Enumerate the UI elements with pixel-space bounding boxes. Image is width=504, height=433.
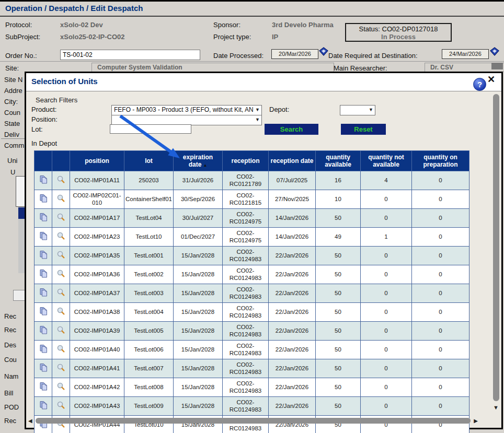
unit-cell: 0 bbox=[361, 322, 412, 341]
unit-cell: 49 bbox=[316, 228, 361, 247]
vertical-scrollbar-thumb[interactable] bbox=[493, 94, 499, 401]
view-unit-button[interactable] bbox=[52, 209, 70, 228]
search-button[interactable]: Search bbox=[265, 124, 318, 135]
view-unit-button[interactable] bbox=[52, 247, 70, 265]
order-no-input[interactable] bbox=[60, 50, 200, 60]
calendar-icon[interactable] bbox=[319, 47, 328, 56]
unit-cell: TestLot007 bbox=[124, 359, 174, 378]
copy-unit-button[interactable] bbox=[35, 265, 52, 284]
page-scrollbar-fragment[interactable] bbox=[491, 63, 503, 69]
view-unit-button[interactable] bbox=[52, 341, 70, 359]
in-depot-table-container: position lot expiration date▲ reception … bbox=[34, 150, 469, 433]
copy-unit-button[interactable] bbox=[35, 303, 52, 322]
bg-label-fragment: U bbox=[10, 168, 15, 176]
date-processed-field[interactable]: 20/Mar/2026 bbox=[271, 49, 318, 59]
copy-unit-button[interactable] bbox=[35, 397, 52, 416]
bg-label-fragment: Bill bbox=[4, 389, 13, 397]
unit-cell: CO02-IMP02C01-010 bbox=[70, 190, 124, 209]
bg-label-fragment: Rec bbox=[4, 326, 16, 334]
lot-input[interactable] bbox=[110, 124, 191, 134]
unit-cell: 0 bbox=[361, 247, 412, 265]
date-required-field[interactable]: 24/Mar/2026 bbox=[442, 49, 489, 59]
magnifier-icon bbox=[56, 325, 65, 334]
unit-cell: 0 bbox=[361, 190, 412, 209]
magnifier-icon bbox=[56, 288, 65, 297]
unit-cell: 0 bbox=[412, 209, 469, 228]
position-select[interactable]: ▼ bbox=[111, 115, 262, 125]
depot-select[interactable]: ▼ bbox=[340, 105, 375, 115]
unit-cell: CO02-IMP01A17 bbox=[70, 209, 124, 228]
horizontal-scrollbar-thumb[interactable] bbox=[36, 418, 471, 424]
view-unit-button[interactable] bbox=[52, 378, 70, 397]
magnifier-icon bbox=[56, 175, 65, 184]
view-unit-button[interactable] bbox=[52, 303, 70, 322]
unit-cell: 22/Jan/2026 bbox=[269, 322, 316, 341]
unit-cell: CO02-IMP01A11 bbox=[70, 171, 124, 190]
copy-unit-button[interactable] bbox=[35, 209, 52, 228]
scroll-down-icon[interactable]: ▼ bbox=[493, 404, 499, 411]
bg-label-fragment: State bbox=[4, 120, 20, 127]
unit-cell: 22/Jan/2026 bbox=[269, 303, 316, 322]
copy-unit-button[interactable] bbox=[35, 359, 52, 378]
unit-cell: 22/Jan/2026 bbox=[269, 397, 316, 416]
chevron-down-icon: ▼ bbox=[255, 117, 260, 122]
column-header-quantity-on-preparation[interactable]: quantity on preparation bbox=[412, 151, 469, 171]
column-header-reception[interactable]: reception bbox=[223, 151, 269, 171]
in-depot-table: position lot expiration date▲ reception … bbox=[34, 150, 469, 433]
unit-row: CO02-IMP01A37TestLot00315/Jan/2028CO02-R… bbox=[35, 284, 469, 303]
copy-unit-button[interactable] bbox=[35, 341, 52, 359]
view-unit-button[interactable] bbox=[52, 265, 70, 284]
unit-cell: CO02-IMP01A36 bbox=[70, 265, 124, 284]
top-border bbox=[0, 0, 504, 2]
view-unit-button[interactable] bbox=[52, 322, 70, 341]
view-unit-button[interactable] bbox=[52, 397, 70, 416]
view-unit-button[interactable] bbox=[52, 190, 70, 209]
unit-cell: CO02-IMP01A43 bbox=[70, 397, 124, 416]
copy-icon bbox=[38, 381, 49, 392]
copy-unit-button[interactable] bbox=[35, 228, 52, 247]
horizontal-scrollbar[interactable]: ◀ ▶ bbox=[28, 416, 485, 425]
unit-cell: CO02-IMP01A42 bbox=[70, 378, 124, 397]
column-header-lot[interactable]: lot bbox=[124, 151, 174, 171]
unit-row: CO02-IMP01A39TestLot00515/Jan/2028CO02-R… bbox=[35, 322, 469, 341]
lot-label: Lot: bbox=[31, 125, 43, 133]
column-header-quantity-available[interactable]: quantity available bbox=[316, 151, 361, 171]
reset-button[interactable]: Reset bbox=[341, 124, 386, 135]
column-header-reception-date[interactable]: reception date bbox=[269, 151, 316, 171]
copy-unit-button[interactable] bbox=[35, 322, 52, 341]
calendar-icon[interactable] bbox=[490, 47, 499, 56]
view-unit-button[interactable] bbox=[52, 284, 70, 303]
unit-cell: CO02-IMP01A35 bbox=[70, 247, 124, 265]
scroll-left-icon[interactable]: ◀ bbox=[28, 418, 32, 424]
search-filters-heading: Search Filters bbox=[36, 96, 77, 104]
unit-row: CO02-IMP01A38TestLot00415/Jan/2028CO02-R… bbox=[35, 303, 469, 322]
title-divider bbox=[0, 16, 504, 17]
column-header-expiration-date[interactable]: expiration date▲ bbox=[174, 151, 223, 171]
column-header-quantity-not-available[interactable]: quantity not available bbox=[361, 151, 412, 171]
copy-unit-button[interactable] bbox=[35, 378, 52, 397]
scroll-right-icon[interactable]: ▶ bbox=[474, 418, 478, 424]
bg-label-fragment: Rec bbox=[4, 417, 16, 425]
column-header-position[interactable]: position bbox=[70, 151, 124, 171]
unit-cell: CO02-RC0124983 bbox=[223, 378, 269, 397]
view-unit-button[interactable] bbox=[52, 171, 70, 190]
help-icon[interactable]: ? bbox=[473, 78, 486, 91]
copy-unit-button[interactable] bbox=[35, 190, 52, 209]
close-icon[interactable]: ✕ bbox=[487, 74, 495, 85]
product-select[interactable]: FEFO - MP003 - Product 3 (FEFO, without … bbox=[111, 105, 262, 115]
unit-cell: 0 bbox=[361, 378, 412, 397]
bg-label-fragment: City: bbox=[4, 98, 18, 106]
unit-cell: 50 bbox=[316, 303, 361, 322]
magnifier-icon bbox=[56, 344, 65, 353]
magnifier-icon bbox=[56, 401, 65, 409]
chevron-down-icon: ▼ bbox=[255, 107, 260, 112]
copy-unit-button[interactable] bbox=[35, 284, 52, 303]
view-unit-button[interactable] bbox=[52, 228, 70, 247]
view-unit-button[interactable] bbox=[52, 359, 70, 378]
copy-unit-button[interactable] bbox=[35, 247, 52, 265]
copy-unit-button[interactable] bbox=[35, 171, 52, 190]
unit-cell: 0 bbox=[412, 228, 469, 247]
table-header-row: position lot expiration date▲ reception … bbox=[35, 151, 469, 171]
unit-cell: 0 bbox=[361, 359, 412, 378]
unit-cell: 0 bbox=[412, 171, 469, 190]
